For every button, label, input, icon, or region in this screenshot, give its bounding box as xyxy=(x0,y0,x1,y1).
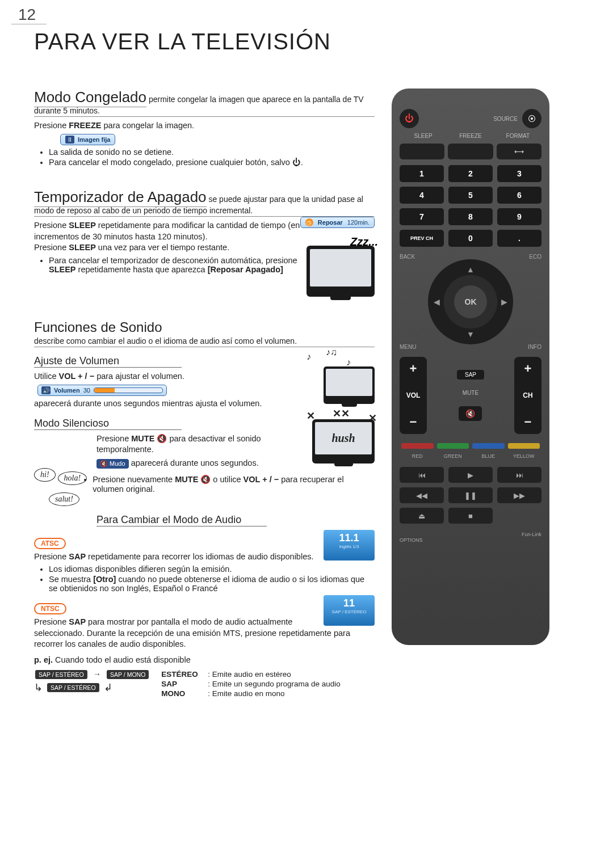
volume-bar xyxy=(94,387,163,393)
sleep-heading: Temporizador de Apagado xyxy=(34,188,207,207)
green-label: GREEN xyxy=(435,453,471,459)
mute-bullet-1: Presione nuevamente MUTE 🔇 o utilice VOL… xyxy=(93,475,375,494)
num-5-button[interactable]: 5 xyxy=(448,187,493,204)
sap-flow-pill-1: SAP / ESTÉREO xyxy=(35,670,87,679)
skip-back-button[interactable]: ⏮ xyxy=(400,467,444,483)
mute-after-text: aparecerá durante unos segundos. xyxy=(131,458,259,467)
ntsc-channel-osd: 11 SAP / ESTÉREO xyxy=(324,595,375,626)
page-number: 12 xyxy=(11,0,47,24)
menu-label: MENU xyxy=(400,344,416,350)
num-3-button[interactable]: 3 xyxy=(497,165,541,182)
freeze-button[interactable] xyxy=(448,144,493,159)
red-button[interactable] xyxy=(401,443,434,449)
legend-sap: SAP: Emite un segundo programa de audio xyxy=(161,680,340,688)
ok-button[interactable]: OK xyxy=(454,285,487,318)
arrow-up-return-icon: ↳ xyxy=(34,681,43,694)
ntsc-channel-number: 11 xyxy=(324,597,375,609)
sap-flow-diagram: SAP / ESTÉREO → SAP / MONO ↳ SAP / ESTÉR… xyxy=(34,669,150,694)
green-button[interactable] xyxy=(437,443,469,449)
red-label: RED xyxy=(400,453,435,459)
sleep-osd: ◷ Reposar 120min. xyxy=(300,217,375,228)
num-6-button[interactable]: 6 xyxy=(497,187,541,204)
sleep-label: SLEEP xyxy=(400,133,447,139)
ntsc-tag: NTSC xyxy=(34,603,66,614)
up-arrow-button[interactable]: ▲ xyxy=(467,265,475,274)
ch-down-icon: − xyxy=(524,415,532,429)
num-2-button[interactable]: 2 xyxy=(448,165,493,182)
zzz-text: Zzz... xyxy=(350,235,378,248)
num-0-button[interactable]: 0 xyxy=(448,230,493,247)
stop-button[interactable]: ■ xyxy=(448,508,493,524)
left-arrow-button[interactable]: ◀ xyxy=(434,297,440,306)
sound-sub: describe como cambiar el audio o el idio… xyxy=(34,336,375,347)
rewind-button[interactable]: ◀◀ xyxy=(400,487,444,503)
volume-rocker[interactable]: + VOL − xyxy=(400,357,427,434)
mute-label: MUTE xyxy=(463,390,478,396)
blue-button[interactable] xyxy=(472,443,505,449)
freeze-heading-sub2: durante 5 minutos. xyxy=(34,106,375,117)
freeze-bullet-2: Para cancelar el modo congelado, presion… xyxy=(49,158,375,167)
pej-line: p. ej. Cuando todo el audio está disponi… xyxy=(34,655,375,666)
page-title: PARA VER LA TELEVISIÓN xyxy=(34,29,613,54)
back-label: BACK xyxy=(400,254,415,260)
music-note-icon: ♪♫ xyxy=(326,347,337,357)
atsc-bullet-2: Se muestra [Otro] cuando no puede obtene… xyxy=(49,575,375,593)
hi-bubble: hi! xyxy=(34,468,56,482)
sleep-osd-label: Reposar xyxy=(318,219,343,226)
atsc-channel-osd: 11.1 Inglés 1/3 xyxy=(324,530,375,561)
eject-button[interactable]: ⏏ xyxy=(400,508,444,524)
atsc-tag: ATSC xyxy=(34,538,66,549)
sap-button[interactable]: SAP xyxy=(457,370,484,380)
yellow-label: YELLOW xyxy=(506,453,542,459)
vol-down-icon: − xyxy=(410,415,417,429)
skip-fwd-button[interactable]: ⏭ xyxy=(497,467,541,483)
num-8-button[interactable]: 8 xyxy=(448,208,493,225)
play-button[interactable]: ▶ xyxy=(448,467,493,483)
volume-osd-label: Volumen xyxy=(54,387,80,394)
remote-control-illustration: ⏻ SOURCE ⦿ SLEEP FREEZE FORMAT ⟷ 1 2 3 4… xyxy=(392,89,549,645)
volume-subheading: Ajuste de Volumen xyxy=(34,355,182,368)
format-button[interactable]: ⟷ xyxy=(497,144,541,159)
sleeping-tv-illustration: Zzz... xyxy=(306,246,375,297)
num-7-button[interactable]: 7 xyxy=(400,208,444,225)
down-arrow-button[interactable]: ▼ xyxy=(467,330,475,339)
freeze-label: FREEZE xyxy=(447,133,494,139)
freeze-heading: Modo Congelado xyxy=(34,89,146,107)
format-label: FORMAT xyxy=(494,133,541,139)
num-4-button[interactable]: 4 xyxy=(400,187,444,204)
sap-flow-pill-2: SAP / MONO xyxy=(107,670,149,679)
sound-heading: Funciones de Sonido xyxy=(34,319,375,336)
atsc-channel-number: 11.1 xyxy=(324,532,375,544)
vol-label: VOL xyxy=(406,391,421,399)
freeze-bullet-1: La salida de sonido no se detiene. xyxy=(49,148,375,157)
arrow-left-return-icon: ↲ xyxy=(104,681,112,694)
mute-button[interactable]: 🔇 xyxy=(459,406,482,421)
pause-button[interactable]: ❚❚ xyxy=(448,487,493,503)
source-button[interactable]: ⦿ xyxy=(522,109,541,128)
dpad: BACK ECO MENU INFO OK ▲ ▼ ◀ ▶ xyxy=(400,254,541,350)
eco-label: ECO xyxy=(529,254,541,260)
atsc-bullet-1: Los idiomas disponibles difieren según l… xyxy=(49,564,375,574)
right-arrow-button[interactable]: ▶ xyxy=(501,297,507,306)
vol-up-icon: + xyxy=(410,361,417,376)
ch-up-icon: + xyxy=(524,361,532,376)
freeze-osd-text: Imagen fija xyxy=(78,136,110,143)
sap-flow-pill-3: SAP / ESTÉREO xyxy=(47,683,99,692)
yellow-button[interactable] xyxy=(508,443,540,449)
hola-bubble: hola! xyxy=(58,471,87,485)
blue-label: BLUE xyxy=(471,453,506,459)
legend-estereo: ESTÉREO: Emite audio en estéreo xyxy=(161,670,340,679)
ffwd-button[interactable]: ▶▶ xyxy=(497,487,541,503)
info-label: INFO xyxy=(528,344,541,350)
channel-rocker[interactable]: + CH − xyxy=(514,357,541,434)
num-1-button[interactable]: 1 xyxy=(400,165,444,182)
num-9-button[interactable]: 9 xyxy=(497,208,541,225)
audio-mode-subheading: Para Cambiar el Modo de Audio xyxy=(96,514,267,526)
num-dot-button[interactable]: . xyxy=(497,230,541,247)
power-button[interactable]: ⏻ xyxy=(400,109,419,128)
prev-ch-button[interactable]: PREV CH xyxy=(400,230,444,247)
pause-icon: II xyxy=(65,136,74,144)
volume-tv-illustration: ♪♫ ♪ ♪ xyxy=(301,347,375,404)
sleep-button[interactable] xyxy=(400,144,444,159)
legend-mono: MONO: Emite audio en mono xyxy=(161,689,340,698)
